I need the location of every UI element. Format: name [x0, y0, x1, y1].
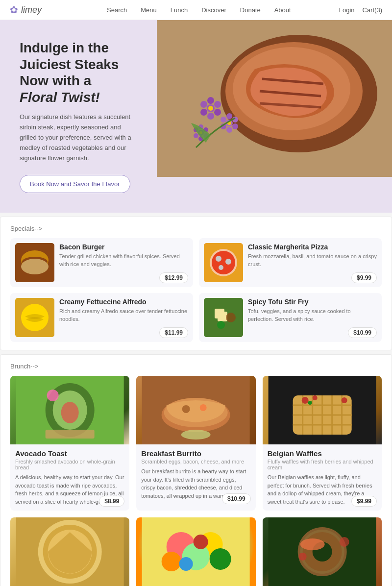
special-card-bacon-burger: Bacon Burger Tender grilled chicken with… — [10, 238, 193, 287]
svg-rect-45 — [218, 312, 227, 321]
nav-discover[interactable]: Discover — [201, 6, 226, 14]
brunch-card-bagel: Bagels with salmon Bagel with smoked sal… — [263, 517, 382, 586]
avocado-sub: Freshly smashed avocado on whole-grain b… — [15, 459, 124, 470]
svg-point-8 — [207, 97, 214, 104]
brunch-card-burrito: Breakfast Burrito Scrambled eggs, bacon,… — [136, 376, 255, 511]
svg-point-51 — [61, 402, 79, 423]
svg-point-18 — [232, 123, 238, 129]
main-nav: Search Menu Lunch Discover Donate About — [59, 6, 339, 14]
svg-point-16 — [226, 113, 232, 119]
svg-point-40 — [219, 265, 223, 270]
svg-point-59 — [181, 430, 211, 440]
pizza-info: Classic Margherita Pizza Fresh mozzarell… — [248, 243, 377, 268]
bacon-burger-info: Bacon Burger Tender grilled chicken with… — [59, 243, 188, 268]
login-link[interactable]: Login — [339, 6, 355, 14]
avocado-body: Avocado Toast Freshly smashed avocado on… — [10, 444, 129, 511]
brunch-card-quiche: Quiche Lorraine Classic French quiche wi… — [10, 517, 129, 586]
tofu-info: Spicy Tofu Stir Fry Tofu, veggies, and a… — [248, 298, 377, 323]
svg-point-39 — [225, 259, 231, 265]
hero-svg — [157, 20, 392, 177]
svg-point-34 — [21, 259, 49, 274]
svg-point-37 — [212, 251, 235, 274]
svg-point-82 — [162, 552, 181, 571]
pizza-desc: Fresh mozzarella, basil, and tomato sauc… — [248, 253, 377, 268]
svg-point-57 — [182, 405, 190, 413]
cart-button[interactable]: Cart(3) — [363, 6, 382, 14]
pasta-price: $11.99 — [159, 327, 188, 338]
svg-point-21 — [220, 117, 226, 122]
hero-description: Our signature dish features a succulent … — [20, 112, 137, 163]
svg-rect-53 — [46, 430, 95, 439]
pasta-image — [15, 298, 54, 337]
svg-point-47 — [217, 321, 225, 329]
special-card-tofu: Spicy Tofu Stir Fry Tofu, veggies, and a… — [199, 293, 382, 342]
svg-point-52 — [47, 390, 59, 401]
fruit-image — [136, 517, 255, 586]
svg-point-46 — [226, 313, 236, 322]
svg-point-12 — [200, 109, 207, 116]
logo-area: ✿ limey — [10, 4, 59, 16]
svg-point-91 — [300, 538, 324, 550]
tofu-price: $10.99 — [348, 327, 377, 338]
svg-point-19 — [226, 127, 232, 133]
quiche-image — [10, 517, 129, 586]
avocado-price: $8.99 — [99, 496, 124, 507]
svg-point-9 — [214, 101, 221, 108]
pasta-info: Creamy Fettuccine Alfredo Rich and cream… — [59, 298, 188, 323]
bagel-image — [263, 517, 382, 586]
tofu-name: Spicy Tofu Stir Fry — [248, 298, 377, 306]
brunch-card-waffle: Belgian Waffles Fluffy waffles with fres… — [263, 376, 382, 511]
svg-point-13 — [200, 101, 207, 108]
specials-title: Specials--> — [10, 225, 382, 232]
bacon-burger-name: Bacon Burger — [59, 243, 188, 251]
special-card-pizza: Classic Margherita Pizza Fresh mozzarell… — [199, 238, 382, 287]
svg-point-28 — [194, 133, 198, 138]
svg-point-84 — [194, 535, 208, 549]
svg-point-11 — [207, 113, 214, 120]
svg-point-10 — [214, 109, 221, 116]
svg-point-38 — [216, 256, 221, 262]
hero-section: Indulge in the Juiciest Steaks Now with … — [0, 20, 392, 213]
pasta-desc: Rich and creamy Alfredo sauce over tende… — [59, 308, 188, 323]
svg-point-83 — [210, 548, 231, 570]
specials-grid: Bacon Burger Tender grilled chicken with… — [10, 238, 382, 342]
svg-point-71 — [312, 395, 317, 400]
waffle-body: Belgian Waffles Fluffy waffles with fres… — [263, 444, 382, 511]
pizza-image — [204, 243, 243, 282]
nav-search[interactable]: Search — [107, 6, 127, 14]
special-card-pasta: Creamy Fettuccine Alfredo Rich and cream… — [10, 293, 193, 342]
hero-image — [157, 20, 392, 213]
pizza-price: $9.99 — [351, 272, 377, 283]
brunch-section: Brunch--> Avocado Toast Freshly smashed … — [0, 354, 392, 586]
svg-point-73 — [341, 397, 347, 403]
waffle-name: Belgian Waffles — [268, 449, 377, 458]
svg-point-70 — [301, 397, 308, 404]
brunch-card-fruit: Fruit Salad Fresh fruit salad with honey… — [136, 517, 255, 586]
svg-point-92 — [298, 553, 306, 561]
bacon-burger-price: $12.99 — [159, 272, 188, 283]
tofu-desc: Tofu, veggies, and a spicy sauce cooked … — [248, 308, 377, 323]
waffle-sub: Fluffy waffles with fresh berries and wh… — [268, 459, 377, 470]
waffle-price: $9.99 — [351, 496, 377, 507]
pizza-name: Classic Margherita Pizza — [248, 243, 377, 251]
nav-menu[interactable]: Menu — [141, 6, 157, 14]
book-now-button[interactable]: Book Now and Savor the Flavor — [20, 175, 130, 193]
brunch-grid: Avocado Toast Freshly smashed avocado on… — [10, 376, 382, 586]
logo-text: limey — [21, 5, 42, 15]
svg-point-14 — [208, 106, 213, 111]
burrito-price: $10.99 — [222, 493, 251, 504]
waffle-image — [263, 376, 382, 444]
avocado-image — [10, 376, 129, 444]
hero-title: Indulge in the Juiciest Steaks Now with … — [20, 40, 137, 105]
logo-icon: ✿ — [10, 4, 18, 16]
specials-section: Specials--> Bacon Burger Tender grilled … — [0, 217, 392, 350]
hero-content: Indulge in the Juiciest Steaks Now with … — [0, 20, 157, 213]
bacon-burger-image — [15, 243, 54, 282]
bacon-burger-desc: Tender grilled chicken with flavorful sp… — [59, 253, 188, 268]
nav-donate[interactable]: Donate — [240, 6, 261, 14]
avocado-name: Avocado Toast — [15, 449, 124, 458]
svg-point-72 — [308, 401, 312, 405]
nav-about[interactable]: About — [274, 6, 291, 14]
nav-lunch[interactable]: Lunch — [171, 6, 188, 14]
brunch-card-avocado: Avocado Toast Freshly smashed avocado on… — [10, 376, 129, 511]
